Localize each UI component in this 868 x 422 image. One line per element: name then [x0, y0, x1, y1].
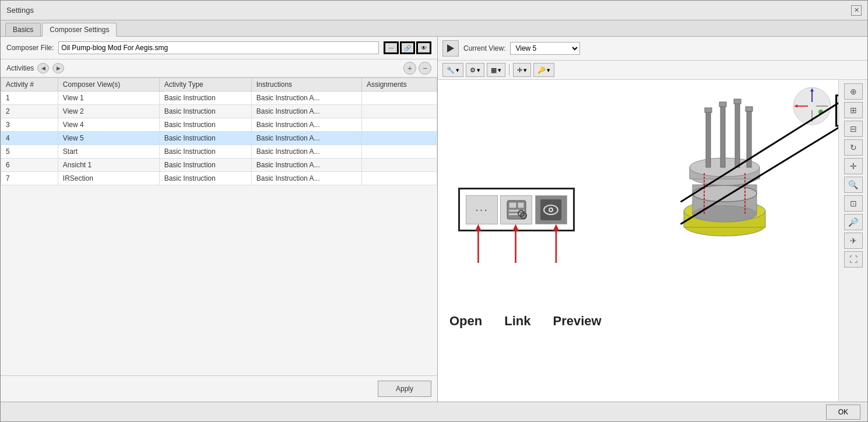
cell-type: Basic Instruction — [159, 159, 251, 172]
add-activity-button[interactable]: + — [403, 62, 416, 75]
svg-rect-20 — [735, 100, 740, 167]
table-row[interactable]: 3 View 4 Basic Instruction Basic Instruc… — [1, 118, 437, 132]
toolbar-row: 🔧 ▾ ⚙ ▾ ▦ ▾ ✛ ▾ 🔑 ▾ — [438, 61, 867, 80]
chevron-down-icon-3: ▾ — [498, 66, 501, 74]
cell-assignments — [361, 92, 437, 105]
cell-num: 6 — [1, 159, 58, 172]
table-row[interactable]: 7 IRSection Basic Instruction Basic Inst… — [1, 172, 437, 185]
table-row[interactable]: 5 Start Basic Instruction Basic Instruct… — [1, 145, 437, 159]
move-icon[interactable]: ⊕ — [844, 83, 863, 100]
svg-rect-19 — [721, 103, 725, 167]
next-activity-button[interactable]: ▶ — [52, 63, 64, 73]
cell-instructions: Basic Instruction A... — [251, 172, 361, 185]
play-icon — [447, 44, 454, 52]
viewport: ··· — [438, 80, 867, 402]
activities-label: Activities — [6, 64, 34, 72]
window-footer: OK — [1, 402, 867, 421]
window-title: Settings — [6, 6, 34, 15]
toolbar-btn-2[interactable]: ⚙ ▾ — [466, 63, 484, 77]
svg-rect-22 — [705, 108, 712, 112]
crosshair-icon: ✛ — [517, 66, 522, 74]
link-file-button[interactable]: 🔗 — [400, 41, 415, 54]
fullscreen-icon[interactable]: ⛶ — [844, 251, 863, 268]
svg-rect-18 — [706, 109, 711, 167]
cell-assignments — [361, 159, 437, 172]
link-icon-callout — [500, 195, 532, 224]
label-open: Open — [449, 314, 482, 329]
circle-icon: ⚙ — [470, 66, 476, 74]
cell-type: Basic Instruction — [159, 92, 251, 105]
svg-point-38 — [550, 209, 552, 211]
play-button[interactable] — [442, 40, 459, 57]
cell-type: Basic Instruction — [159, 172, 251, 185]
table-row[interactable]: 2 View 2 Basic Instruction Basic Instruc… — [1, 105, 437, 118]
pump-model — [652, 97, 797, 243]
cell-num: 7 — [1, 172, 58, 185]
cell-num: 5 — [1, 145, 58, 159]
cell-view: View 1 — [58, 92, 159, 105]
bottom-bar: Apply — [1, 375, 437, 402]
zoom-icon[interactable]: 🔍 — [844, 177, 863, 193]
svg-rect-25 — [746, 107, 753, 111]
ok-button[interactable]: OK — [826, 405, 860, 420]
cell-type: Basic Instruction — [159, 132, 251, 145]
remove-activity-button[interactable]: − — [419, 62, 431, 75]
nav-cube[interactable] — [792, 86, 832, 126]
view-select[interactable]: View 1View 2View 3View 4View 5StartAnsic… — [510, 42, 580, 55]
cell-view: Ansicht 1 — [58, 159, 159, 172]
callout-labels: Open Link Preview — [449, 314, 602, 329]
composer-file-input[interactable] — [58, 41, 379, 54]
cell-instructions: Basic Instruction A... — [251, 159, 361, 172]
prev-activity-button[interactable]: ◀ — [37, 63, 49, 73]
activities-table: Activity # Composer View(s) Activity Typ… — [1, 78, 437, 185]
preview-file-button[interactable]: 👁 — [416, 41, 431, 54]
zoom-fit-icon[interactable]: ⊡ — [844, 195, 863, 212]
label-preview: Preview — [553, 314, 601, 329]
apply-button[interactable]: Apply — [378, 381, 431, 397]
activities-row: Activities ◀ ▶ + − — [1, 59, 437, 78]
col-activity-num: Activity # — [1, 78, 58, 92]
zoom-out-icon[interactable]: 🔎 — [844, 214, 863, 230]
table-row[interactable]: 6 Ansicht 1 Basic Instruction Basic Inst… — [1, 159, 437, 172]
svg-rect-24 — [734, 99, 741, 104]
table-row[interactable]: 4 View 5 Basic Instruction Basic Instruc… — [1, 132, 437, 145]
right-toolbar: ⊕ ⊞ ⊟ ↻ ✛ 🔍 ⊡ 🔎 ✈ ⛶ — [838, 80, 867, 402]
cell-assignments — [361, 132, 437, 145]
tabs-row: Basics Composer Settings — [1, 20, 867, 37]
table-row[interactable]: 1 View 1 Basic Instruction Basic Instruc… — [1, 92, 437, 105]
col-activity-type: Activity Type — [159, 78, 251, 92]
cell-assignments — [361, 118, 437, 132]
svg-rect-29 — [509, 202, 516, 208]
close-button[interactable]: ✕ — [851, 5, 862, 16]
key-icon: 🔑 — [537, 66, 546, 74]
tab-basics[interactable]: Basics — [5, 23, 41, 36]
composer-file-buttons: ··· 🔗 👁 — [384, 41, 431, 54]
toolbar-separator-1 — [509, 64, 509, 76]
rotate-icon[interactable]: ↻ — [844, 139, 863, 156]
cell-instructions: Basic Instruction A... — [251, 145, 361, 159]
select-minus-icon[interactable]: ⊟ — [844, 121, 863, 137]
open-file-button[interactable]: ··· — [384, 41, 399, 54]
cell-type: Basic Instruction — [159, 145, 251, 159]
tab-composer-settings[interactable]: Composer Settings — [42, 23, 117, 37]
select-plus-icon[interactable]: ⊞ — [844, 102, 863, 118]
pan-icon[interactable]: ✛ — [844, 158, 863, 174]
cell-instructions: Basic Instruction A... — [251, 105, 361, 118]
toolbar-btn-5[interactable]: 🔑 ▾ — [533, 63, 554, 77]
cell-view: View 5 — [58, 132, 159, 145]
cell-num: 3 — [1, 118, 58, 132]
cell-assignments — [361, 172, 437, 185]
toolbar-btn-4[interactable]: ✛ ▾ — [513, 63, 531, 77]
col-instructions: Instructions — [251, 78, 361, 92]
eye-icon: 👁 — [421, 45, 427, 51]
toolbar-btn-3[interactable]: ▦ ▾ — [487, 63, 505, 77]
cell-view: View 4 — [58, 118, 159, 132]
cell-view: IRSection — [58, 172, 159, 185]
svg-point-13 — [693, 206, 757, 222]
col-composer-views: Composer View(s) — [58, 78, 159, 92]
toolbar-btn-1[interactable]: 🔧 ▾ — [442, 63, 463, 77]
svg-rect-30 — [518, 202, 524, 208]
fly-icon[interactable]: ✈ — [844, 233, 863, 249]
callout-box: ··· — [458, 188, 575, 231]
label-link: Link — [504, 314, 530, 329]
